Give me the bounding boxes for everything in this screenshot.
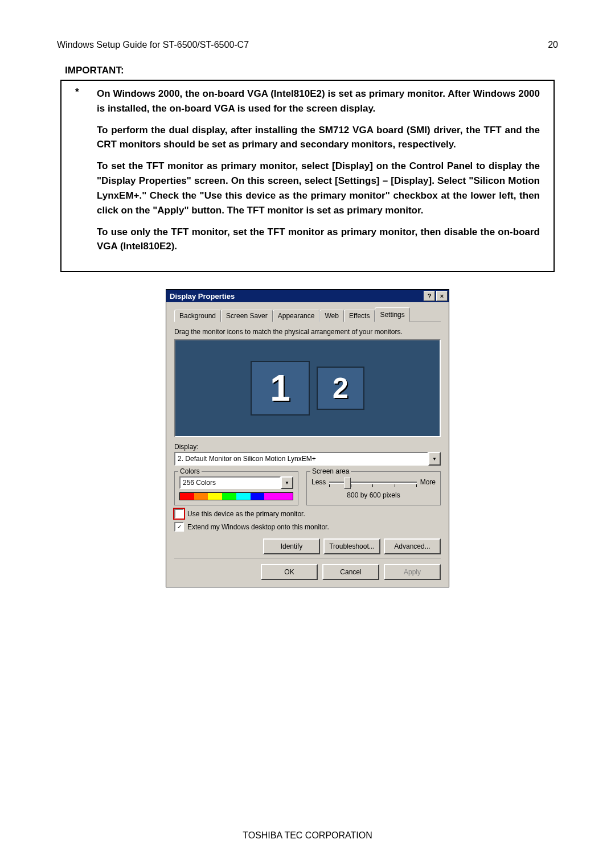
extend-desktop-checkbox[interactable]: ✓ <box>174 522 184 532</box>
tab-screensaver[interactable]: Screen Saver <box>221 310 273 322</box>
tab-background[interactable]: Background <box>174 310 221 322</box>
monitor-2-icon[interactable]: 2 <box>317 367 364 410</box>
tab-appearance[interactable]: Appearance <box>273 310 320 322</box>
chevron-down-icon[interactable]: ▼ <box>428 452 441 466</box>
display-properties-dialog: Display Properties ? × Background Screen… <box>166 289 449 587</box>
ok-button[interactable]: OK <box>261 564 318 580</box>
display-dropdown[interactable]: 2. Default Monitor on Silicon Motion Lyn… <box>174 452 441 466</box>
colors-legend: Colors <box>178 467 202 475</box>
primary-monitor-checkbox[interactable] <box>174 509 184 519</box>
primary-monitor-checkbox-label: Use this device as the primary monitor. <box>187 510 305 518</box>
display-dropdown-value: 2. Default Monitor on Silicon Motion Lyn… <box>174 452 428 466</box>
important-p3: To set the TFT monitor as primary monito… <box>97 159 540 217</box>
help-button[interactable]: ? <box>424 291 435 301</box>
drag-instruction: Drag the monitor icons to match the phys… <box>174 328 441 336</box>
tab-settings[interactable]: Settings <box>375 307 409 322</box>
display-label: Display: <box>174 443 441 451</box>
screen-area-legend: Screen area <box>310 467 351 475</box>
resolution-slider[interactable] <box>329 476 416 488</box>
tab-strip: Background Screen Saver Appearance Web E… <box>174 307 441 322</box>
extend-desktop-checkbox-label: Extend my Windows desktop onto this moni… <box>187 523 329 531</box>
primary-monitor-checkbox-row[interactable]: Use this device as the primary monitor. <box>174 509 441 519</box>
important-box: * On Windows 2000, the on-board VGA (Int… <box>60 80 555 272</box>
asterisk: * <box>75 87 97 98</box>
titlebar[interactable]: Display Properties ? × <box>166 290 449 302</box>
colors-value: 256 Colors <box>179 476 281 489</box>
colors-fieldset: Colors 256 Colors ▼ <box>174 471 298 505</box>
important-p2: To perform the dual display, after insta… <box>97 123 540 153</box>
monitor-arrangement-area[interactable]: 1 2 <box>174 339 441 437</box>
advanced-button[interactable]: Advanced... <box>384 538 441 554</box>
important-heading: IMPORTANT: <box>65 65 558 76</box>
page-footer: TOSHIBA TEC CORPORATION <box>0 830 615 841</box>
slider-more-label: More <box>420 478 436 486</box>
apply-button[interactable]: Apply <box>384 564 441 580</box>
important-p1: On Windows 2000, the on-board VGA (Intel… <box>97 87 540 116</box>
resolution-value: 800 by 600 pixels <box>311 491 436 499</box>
colors-dropdown[interactable]: 256 Colors ▼ <box>179 476 293 489</box>
doc-header-left: Windows Setup Guide for ST-6500/ST-6500-… <box>57 40 249 50</box>
troubleshoot-button[interactable]: Troubleshoot... <box>323 538 380 554</box>
dialog-title: Display Properties <box>170 292 235 301</box>
slider-less-label: Less <box>311 478 326 486</box>
tab-effects[interactable]: Effects <box>344 310 375 322</box>
identify-button[interactable]: Identify <box>263 538 320 554</box>
close-button[interactable]: × <box>436 291 448 301</box>
screen-area-fieldset: Screen area Less More 800 by 600 pixels <box>306 471 441 505</box>
extend-desktop-checkbox-row[interactable]: ✓ Extend my Windows desktop onto this mo… <box>174 522 441 532</box>
slider-thumb[interactable] <box>344 478 351 489</box>
page-number: 20 <box>548 40 558 50</box>
monitor-1-icon[interactable]: 1 <box>251 361 310 416</box>
color-preview-bar <box>179 492 293 500</box>
important-p4: To use only the TFT monitor, set the TFT… <box>97 225 540 254</box>
tab-web[interactable]: Web <box>319 310 343 322</box>
cancel-button[interactable]: Cancel <box>322 564 379 580</box>
chevron-down-icon[interactable]: ▼ <box>281 476 293 489</box>
